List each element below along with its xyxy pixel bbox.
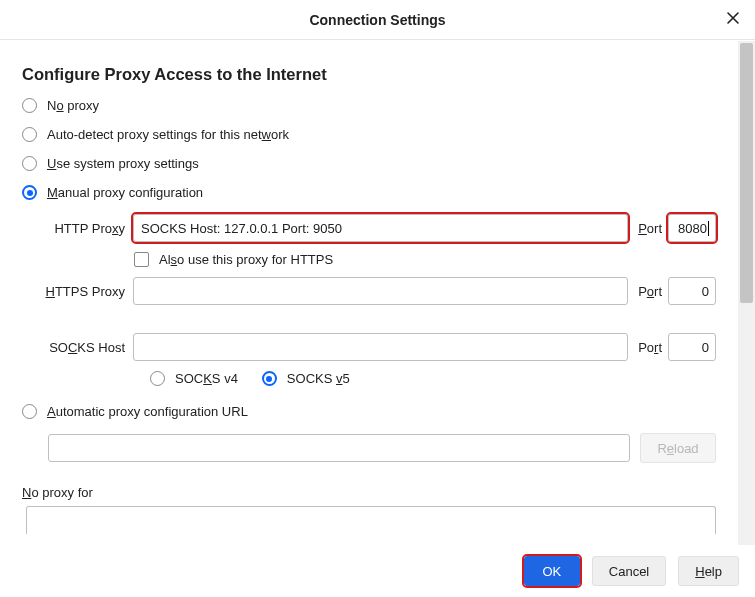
http-port-label: Port — [638, 221, 662, 236]
radio-icon — [22, 185, 37, 200]
radio-icon — [22, 156, 37, 171]
radio-auto-detect[interactable]: Auto-detect proxy settings for this netw… — [22, 127, 716, 142]
https-proxy-input[interactable] — [133, 277, 628, 305]
radio-label: SOCKS v5 — [287, 371, 350, 386]
content-area: Configure Proxy Access to the Internet N… — [0, 41, 738, 545]
no-proxy-for-input[interactable] — [26, 506, 716, 534]
https-port-input[interactable]: 0 — [668, 277, 716, 305]
radio-socks-v5[interactable]: SOCKS v5 — [262, 371, 350, 386]
also-https-label: Also use this proxy for HTTPS — [159, 252, 333, 267]
ok-button[interactable]: OK — [524, 556, 580, 586]
http-proxy-input[interactable]: SOCKS Host: 127.0.0.1 Port: 9050 — [133, 214, 628, 242]
auto-config-url-input[interactable] — [48, 434, 630, 462]
radio-label: SOCKS v4 — [175, 371, 238, 386]
reload-button: Reload — [640, 433, 716, 463]
radio-icon — [22, 404, 37, 419]
no-proxy-for-label: No proxy for — [22, 485, 716, 500]
http-proxy-label: HTTP Proxy — [40, 221, 125, 236]
radio-label: No proxy — [47, 98, 99, 113]
dialog-footer: OK Cancel Help — [0, 545, 755, 597]
cancel-button[interactable]: Cancel — [592, 556, 666, 586]
socks-host-input[interactable] — [133, 333, 628, 361]
close-icon[interactable] — [725, 10, 741, 29]
titlebar: Connection Settings — [0, 0, 755, 40]
radio-no-proxy[interactable]: No proxy — [22, 98, 716, 113]
radio-use-system[interactable]: Use system proxy settings — [22, 156, 716, 171]
radio-label: Use system proxy settings — [47, 156, 199, 171]
also-https-checkbox[interactable] — [134, 252, 149, 267]
dialog-title: Connection Settings — [309, 12, 445, 28]
socks-port-label: Port — [638, 340, 662, 355]
https-proxy-label: HTTPS Proxy — [40, 284, 125, 299]
https-port-label: Port — [638, 284, 662, 299]
http-port-input[interactable]: 8080 — [668, 214, 716, 242]
scrollbar[interactable] — [738, 41, 755, 545]
radio-manual[interactable]: Manual proxy configuration — [22, 185, 716, 200]
section-heading: Configure Proxy Access to the Internet — [22, 65, 716, 84]
scrollbar-thumb[interactable] — [740, 43, 753, 303]
radio-label: Auto-detect proxy settings for this netw… — [47, 127, 289, 142]
radio-icon — [22, 98, 37, 113]
radio-auto-config-url[interactable]: Automatic proxy configuration URL — [22, 404, 716, 419]
radio-icon — [262, 371, 277, 386]
radio-label: Automatic proxy configuration URL — [47, 404, 248, 419]
socks-host-label: SOCKS Host — [40, 340, 125, 355]
radio-socks-v4[interactable]: SOCKS v4 — [150, 371, 238, 386]
radio-icon — [22, 127, 37, 142]
radio-label: Manual proxy configuration — [47, 185, 203, 200]
radio-icon — [150, 371, 165, 386]
help-button[interactable]: Help — [678, 556, 739, 586]
socks-port-input[interactable]: 0 — [668, 333, 716, 361]
